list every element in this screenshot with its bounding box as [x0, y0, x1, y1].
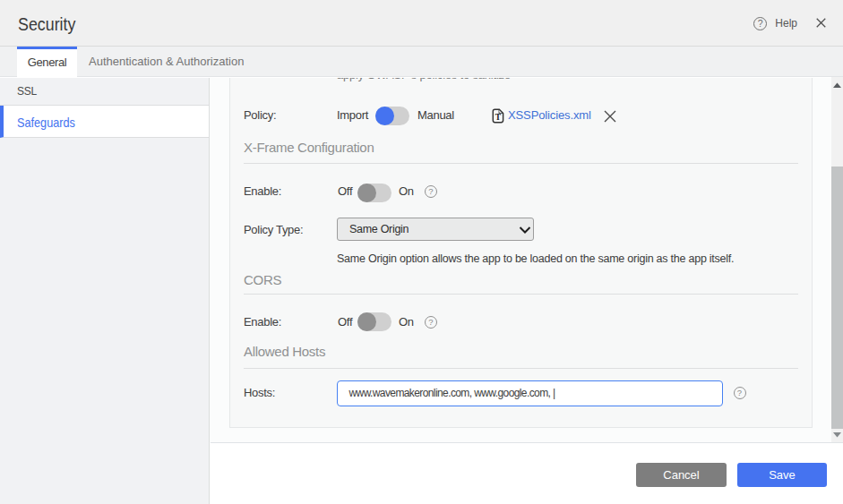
svg-text:T: T	[495, 112, 502, 121]
